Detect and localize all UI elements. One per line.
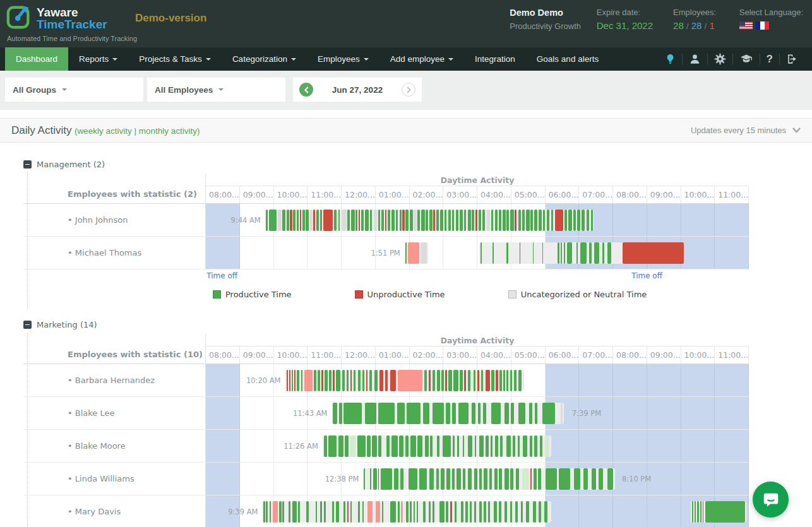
nav-item-label: Employees: [318, 54, 360, 64]
employee-name[interactable]: • Blake Lee: [23, 397, 205, 430]
productive-segment: [530, 435, 532, 457]
date-navigator: Jun 27, 2022: [293, 78, 422, 102]
productive-segment: [474, 468, 477, 490]
help-icon[interactable]: ?: [760, 53, 779, 66]
us-flag-icon[interactable]: [739, 21, 753, 30]
productive-segment: [419, 468, 427, 490]
productive-segment: [354, 370, 355, 391]
groups-dropdown[interactable]: All Groups: [5, 78, 143, 102]
monthly-activity-link[interactable]: monthly activity: [139, 126, 197, 136]
productive-segment: [470, 501, 472, 523]
productive-segment: [602, 242, 604, 264]
employee-name[interactable]: • Linda Williams: [23, 463, 205, 495]
time-column-label: 07:00...: [579, 346, 613, 364]
next-day-button[interactable]: [402, 83, 415, 97]
chevron-down-icon: [448, 58, 453, 61]
unproductive-segment: [402, 210, 404, 231]
productive-segment: [705, 501, 745, 523]
productive-segment: [358, 370, 361, 391]
legend-label: Uncategorized or Neutral Time: [521, 290, 647, 299]
productive-segment: [510, 210, 513, 231]
productive-segment: [493, 242, 494, 264]
logout-icon[interactable]: [780, 53, 804, 65]
productive-segment: [298, 501, 300, 523]
productive-segment: [526, 210, 529, 231]
productive-segment: [446, 403, 450, 424]
productive-segment: [378, 403, 395, 424]
employee-name[interactable]: • John Johnson: [23, 204, 205, 237]
neutral-segment: [561, 403, 563, 424]
section-header: Management (2): [23, 159, 812, 169]
user-info[interactable]: Demo Demo Productivity Growth: [510, 6, 581, 32]
chart-column: Daytime Activity08:00...09:00...10:00...…: [205, 174, 749, 269]
prev-day-button[interactable]: [299, 83, 313, 97]
nav-item-add-employee[interactable]: Add employee: [379, 47, 464, 71]
language-label: Select Language:: [739, 6, 803, 19]
productive-segment: [540, 435, 542, 457]
chat-widget-button[interactable]: [753, 482, 789, 518]
time-column-label: 11:00...: [715, 186, 749, 203]
collapse-icon[interactable]: [23, 160, 32, 169]
productive-segment: [266, 501, 268, 523]
time-column-label: 01:00...: [376, 186, 410, 203]
productive-segment: [506, 435, 511, 457]
productive-segment: [495, 435, 498, 457]
productive-segment: [405, 435, 408, 457]
productive-segment: [495, 210, 498, 231]
gear-icon[interactable]: [708, 53, 732, 65]
nav-item-reports[interactable]: Reports: [68, 47, 128, 71]
productive-segment: [500, 435, 503, 457]
unproductive-segment: [464, 370, 466, 391]
nav-item-goals-and-alerts[interactable]: Goals and alerts: [526, 47, 609, 71]
productive-segment: [270, 501, 272, 523]
productive-segment: [357, 435, 366, 457]
nav-item-integration[interactable]: Integration: [464, 47, 526, 71]
productive-segment: [269, 210, 277, 231]
user-icon[interactable]: [683, 53, 707, 65]
collapse-icon[interactable]: [23, 321, 32, 329]
nav-item-employees[interactable]: Employees: [307, 47, 379, 71]
current-date[interactable]: Jun 27, 2022: [332, 85, 383, 95]
productive-segment: [297, 370, 299, 391]
weekly-activity-link[interactable]: weekly activity: [77, 126, 131, 136]
unproductive-segment: [703, 501, 703, 523]
page-title: Daily Activity: [11, 124, 71, 136]
productive-segment: [370, 210, 372, 231]
productive-segment: [479, 435, 484, 457]
employees-label: Employees:: [673, 6, 716, 19]
employee-name[interactable]: • Barbara Hernandez: [23, 364, 205, 397]
productive-segment: [482, 210, 485, 231]
productive-segment: [599, 468, 603, 490]
unproductive-segment: [496, 370, 498, 391]
fr-flag-icon[interactable]: [756, 21, 769, 30]
productive-segment: [506, 242, 508, 264]
productive-segment: [463, 468, 465, 490]
logo-tagline: Automated Time and Productivity Tracking: [7, 35, 137, 42]
updates-selector[interactable]: Updates every 15 minutes: [691, 126, 801, 135]
productive-segment: [518, 435, 520, 457]
graduation-cap-icon[interactable]: [733, 53, 760, 65]
start-time-label: 10:20 AM: [246, 364, 285, 397]
unproductive-segment: [313, 210, 315, 231]
productive-segment: [362, 370, 364, 391]
productive-segment: [306, 210, 309, 231]
productive-segment: [486, 435, 489, 457]
employees-dropdown[interactable]: All Employees: [147, 78, 285, 102]
productive-segment: [433, 501, 434, 523]
productive-segment: [325, 370, 327, 391]
time-column-label: 11:00...: [715, 346, 749, 364]
productive-segment: [421, 210, 424, 231]
productive-segment: [328, 435, 337, 457]
employee-name[interactable]: • Blake Moore: [23, 430, 205, 463]
productive-segment: [534, 468, 537, 490]
app-logo[interactable]: Yaware TimeTracker: [6, 4, 107, 33]
employee-name[interactable]: • Mary Davis: [23, 495, 205, 527]
nav-item-projects-tasks[interactable]: Projects & Tasks: [128, 47, 222, 71]
lightbulb-icon[interactable]: [659, 53, 682, 65]
nav-item-dashboard[interactable]: Dashboard: [5, 47, 68, 71]
productive-segment: [355, 210, 357, 231]
productive-segment: [607, 242, 611, 264]
chevron-down-icon: [792, 127, 801, 133]
employee-name[interactable]: • Michael Thomas: [23, 237, 205, 269]
nav-item-categorization[interactable]: Categorization: [222, 47, 307, 71]
